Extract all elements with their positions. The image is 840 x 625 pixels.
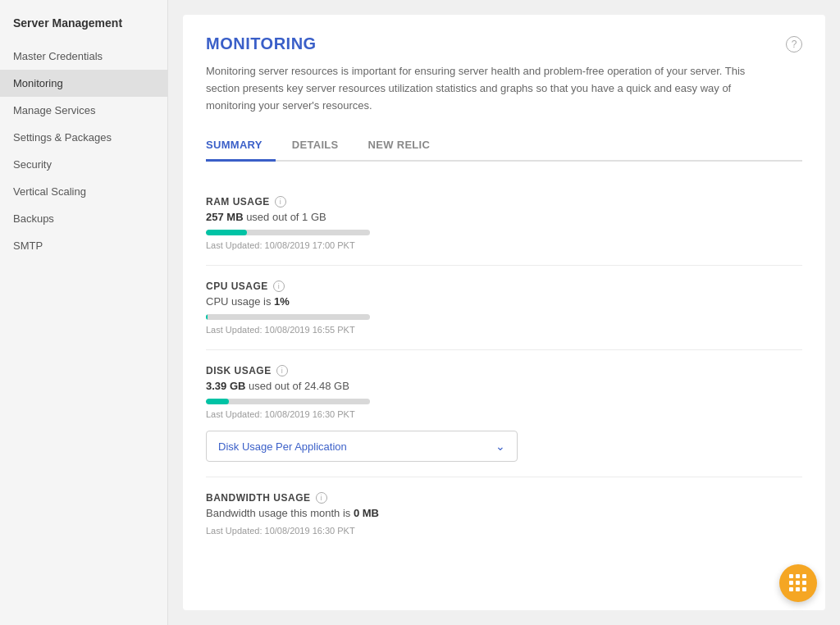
disk-title: DISK USAGE bbox=[206, 365, 272, 376]
sidebar: Server Management Master Credentials Mon… bbox=[0, 0, 168, 625]
chevron-down-icon: ⌄ bbox=[495, 440, 505, 453]
cpu-usage-section: CPU USAGE i CPU usage is 1% Last Updated… bbox=[206, 266, 802, 350]
disk-last-updated: Last Updated: 10/08/2019 16:30 PKT bbox=[206, 409, 802, 419]
main-content: MONITORING ? Monitoring server resources… bbox=[168, 0, 840, 625]
disk-value-bold: 3.39 GB bbox=[206, 380, 245, 392]
sidebar-item-manage-services[interactable]: Manage Services bbox=[0, 97, 167, 124]
disk-usage-per-app-dropdown[interactable]: Disk Usage Per Application ⌄ bbox=[206, 431, 518, 462]
bandwidth-title: BANDWIDTH USAGE bbox=[206, 492, 311, 504]
disk-title-row: DISK USAGE i bbox=[206, 365, 802, 376]
ram-value-bold: 257 MB bbox=[206, 211, 244, 223]
page-title: MONITORING bbox=[206, 34, 317, 53]
tabs-container: SUMMARY DETAILS NEW RELIC bbox=[206, 130, 802, 162]
tab-details[interactable]: DETAILS bbox=[292, 130, 352, 162]
tab-summary[interactable]: SUMMARY bbox=[206, 130, 276, 162]
help-icon[interactable]: ? bbox=[786, 36, 802, 52]
cpu-progress-fill bbox=[206, 314, 208, 320]
content-card: MONITORING ? Monitoring server resources… bbox=[183, 15, 825, 610]
bandwidth-value-bold: 0 MB bbox=[354, 507, 379, 519]
fab-grid-icon bbox=[789, 574, 807, 592]
fab-button[interactable] bbox=[779, 564, 817, 602]
disk-value: 3.39 GB used out of 24.48 GB bbox=[206, 380, 802, 392]
disk-info-icon[interactable]: i bbox=[276, 365, 288, 376]
cpu-title: CPU USAGE bbox=[206, 281, 268, 292]
sidebar-item-backups[interactable]: Backups bbox=[0, 205, 167, 232]
page-description: Monitoring server resources is important… bbox=[206, 63, 764, 114]
sidebar-item-monitoring[interactable]: Monitoring bbox=[0, 70, 167, 97]
ram-title: RAM USAGE bbox=[206, 196, 270, 208]
sidebar-item-settings-packages[interactable]: Settings & Packages bbox=[0, 124, 167, 151]
ram-title-row: RAM USAGE i bbox=[206, 196, 802, 208]
cpu-value-text: CPU usage is bbox=[206, 295, 274, 308]
disk-value-rest: used out of 24.48 GB bbox=[245, 380, 349, 392]
ram-progress-bg bbox=[206, 230, 370, 235]
cpu-value-bold: 1% bbox=[274, 295, 290, 308]
sidebar-title: Server Management bbox=[0, 16, 167, 43]
page-header: MONITORING ? bbox=[206, 34, 802, 53]
cpu-info-icon[interactable]: i bbox=[273, 281, 285, 292]
disk-dropdown-label: Disk Usage Per Application bbox=[218, 440, 347, 453]
bandwidth-usage-section: BANDWIDTH USAGE i Bandwidth usage this m… bbox=[206, 477, 802, 550]
ram-info-icon[interactable]: i bbox=[275, 196, 286, 208]
cpu-progress-bg bbox=[206, 314, 370, 320]
disk-progress-bg bbox=[206, 399, 370, 404]
bandwidth-title-row: BANDWIDTH USAGE i bbox=[206, 492, 802, 504]
sidebar-item-smtp[interactable]: SMTP bbox=[0, 232, 167, 259]
disk-usage-section: DISK USAGE i 3.39 GB used out of 24.48 G… bbox=[206, 350, 802, 477]
disk-progress-fill bbox=[206, 399, 229, 404]
sidebar-item-master-credentials[interactable]: Master Credentials bbox=[0, 43, 167, 70]
bandwidth-last-updated: Last Updated: 10/08/2019 16:30 PKT bbox=[206, 526, 802, 536]
bandwidth-info-icon[interactable]: i bbox=[316, 492, 327, 504]
tab-new-relic[interactable]: NEW RELIC bbox=[368, 130, 444, 162]
cpu-title-row: CPU USAGE i bbox=[206, 281, 802, 292]
ram-progress-fill bbox=[206, 230, 247, 235]
sidebar-item-security[interactable]: Security bbox=[0, 151, 167, 178]
ram-value-rest: used out of 1 GB bbox=[244, 211, 326, 223]
ram-value: 257 MB used out of 1 GB bbox=[206, 211, 802, 223]
ram-usage-section: RAM USAGE i 257 MB used out of 1 GB Last… bbox=[206, 181, 802, 266]
cpu-last-updated: Last Updated: 10/08/2019 16:55 PKT bbox=[206, 325, 802, 335]
bandwidth-value-text: Bandwidth usage this month is bbox=[206, 507, 354, 519]
bandwidth-value: Bandwidth usage this month is 0 MB bbox=[206, 507, 802, 519]
sidebar-item-vertical-scaling[interactable]: Vertical Scaling bbox=[0, 178, 167, 205]
ram-last-updated: Last Updated: 10/08/2019 17:00 PKT bbox=[206, 240, 802, 250]
cpu-value: CPU usage is 1% bbox=[206, 295, 802, 308]
